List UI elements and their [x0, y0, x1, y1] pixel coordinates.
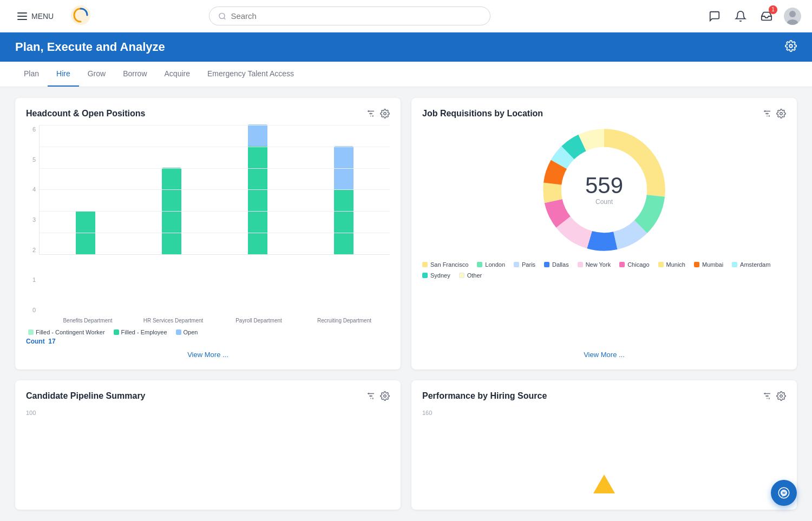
tab-hire[interactable]: Hire: [48, 62, 79, 87]
settings-icon-3: [380, 391, 390, 401]
job-req-card-actions[interactable]: [762, 109, 786, 118]
legend-sf: San Francisco: [422, 261, 468, 268]
x-label-payroll: Payroll Department: [224, 318, 293, 324]
message-icon-button[interactable]: [706, 8, 723, 25]
legend-chicago-label: Chicago: [627, 261, 649, 268]
inbox-badge: 1: [769, 5, 777, 14]
legend-munich-dot: [658, 262, 664, 267]
legend-contingent: Filled - Contingent Worker: [28, 329, 105, 335]
user-avatar[interactable]: [784, 8, 801, 25]
candidate-pipeline-title: Candidate Pipeline Summary: [26, 391, 146, 401]
bar-recruiting-filled: [334, 189, 353, 254]
legend-employee-label: Filled - Employee: [121, 329, 167, 335]
donut-center: 559 Count: [585, 174, 623, 206]
inbox-icon-button[interactable]: 1: [758, 8, 775, 25]
legend-other: Other: [459, 272, 482, 279]
donut-count-label: Count: [585, 198, 623, 206]
tab-acquire[interactable]: Acquire: [156, 62, 199, 87]
bar-group-benefits[interactable]: [50, 211, 120, 254]
bar-chart-area: 6 5 4 3 2 1 0: [26, 125, 390, 345]
filter-icon-2: [762, 109, 772, 118]
performance-y-top: 160: [422, 410, 786, 416]
y-label-4: 4: [32, 186, 36, 193]
x-label-hr: HR Services Department: [139, 318, 208, 324]
main-content: Headcount & Open Positions 6 5 4: [0, 87, 812, 520]
settings-icon-4: [776, 391, 786, 401]
headcount-card-actions[interactable]: [366, 109, 390, 118]
headcount-view-more[interactable]: View More ...: [26, 345, 390, 359]
page-title: Plan, Execute and Analyze: [15, 40, 165, 54]
bar-benefits-filled: [76, 211, 95, 254]
tab-grow[interactable]: Grow: [79, 62, 114, 87]
tab-plan[interactable]: Plan: [15, 62, 48, 87]
legend-other-label: Other: [467, 272, 482, 279]
job-req-card: Job Requisitions by Location: [411, 98, 797, 370]
legend-london: London: [477, 261, 505, 268]
legend-mumbai: Mumbai: [694, 261, 723, 268]
tab-emergency[interactable]: Emergency Talent Access: [199, 62, 303, 87]
count-value: 17: [48, 338, 55, 345]
legend-employee: Filled - Employee: [114, 329, 167, 335]
legend-dallas: Dallas: [544, 261, 569, 268]
legend-other-dot: [459, 273, 464, 278]
search-input[interactable]: [231, 11, 481, 21]
hamburger-icon: [17, 12, 27, 20]
workday-logo[interactable]: [71, 5, 90, 27]
bar-group-recruiting[interactable]: [309, 146, 379, 254]
legend-london-label: London: [485, 261, 505, 268]
notification-icon-button[interactable]: [732, 8, 749, 25]
legend-employee-dot: [114, 329, 119, 335]
svg-point-1: [219, 13, 225, 18]
x-label-benefits: Benefits Department: [53, 318, 122, 324]
workday-chat-icon: w: [778, 487, 790, 499]
svg-line-2: [224, 17, 226, 19]
svg-point-12: [384, 113, 387, 115]
svg-point-4: [787, 19, 798, 25]
performance-card-actions[interactable]: [762, 391, 786, 401]
y-label-2: 2: [32, 247, 36, 253]
legend-paris-dot: [514, 262, 519, 267]
menu-button[interactable]: MENU: [11, 8, 60, 25]
svg-point-44: [780, 395, 783, 398]
filter-icon-3: [366, 391, 376, 401]
performance-chart-area: [422, 416, 786, 499]
legend-sydney: Sydney: [422, 272, 450, 279]
tab-borrow[interactable]: Borrow: [114, 62, 155, 87]
legend-open: Open: [176, 329, 198, 335]
bar-chart-legend: Filled - Contingent Worker Filled - Empl…: [28, 329, 390, 335]
candidate-y-top: 100: [26, 410, 390, 416]
legend-open-dot: [176, 329, 181, 335]
tab-bar: Plan Hire Grow Borrow Acquire Emergency …: [0, 62, 812, 87]
candidate-pipeline-actions[interactable]: [366, 391, 390, 401]
performance-card: Performance by Hiring Source 160: [411, 380, 797, 510]
legend-london-dot: [477, 262, 482, 267]
settings-icon-button[interactable]: [785, 40, 797, 54]
headcount-title: Headcount & Open Positions: [26, 109, 145, 118]
search-icon: [218, 12, 226, 21]
legend-amsterdam: Amsterdam: [732, 261, 770, 268]
bar-payroll-filled: [248, 146, 267, 254]
chat-float-button[interactable]: w: [771, 480, 797, 506]
legend-sydney-dot: [422, 273, 428, 278]
bar-group-hr[interactable]: [136, 168, 206, 254]
bar-payroll-open: [248, 124, 267, 146]
legend-dallas-label: Dallas: [552, 261, 569, 268]
bar-group-payroll[interactable]: [223, 124, 293, 254]
legend-dallas-dot: [544, 262, 549, 267]
performance-title: Performance by Hiring Source: [422, 391, 547, 401]
performance-chart-marker: [593, 474, 615, 493]
svg-point-37: [384, 395, 387, 398]
y-label-6: 6: [32, 126, 36, 133]
settings-icon-2: [776, 109, 786, 118]
job-req-view-more[interactable]: View More ...: [422, 345, 786, 359]
performance-card-header: Performance by Hiring Source: [422, 391, 786, 401]
legend-mumbai-dot: [694, 262, 699, 267]
settings-small-icon: [380, 109, 390, 118]
donut-chart: 559 Count: [539, 125, 669, 255]
donut-legend: San Francisco London Paris Dallas New Yo…: [422, 261, 786, 279]
legend-newyork-label: New York: [586, 261, 611, 268]
bar-hr-filled: [162, 168, 181, 254]
legend-paris-label: Paris: [522, 261, 535, 268]
search-bar[interactable]: [209, 6, 490, 25]
nav-icons: 1: [706, 8, 801, 25]
